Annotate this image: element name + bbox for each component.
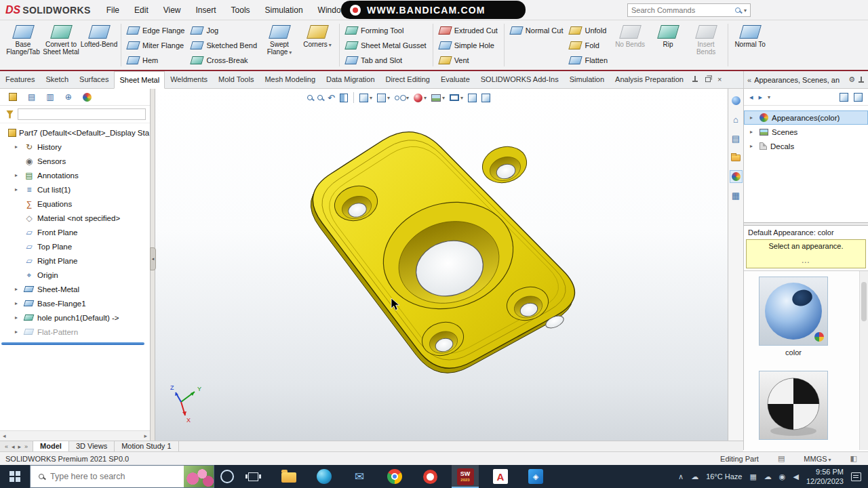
network-icon[interactable]: ▦ — [749, 472, 756, 481]
status-info-icon[interactable]: ◧ — [850, 454, 857, 463]
task-pane-pin-icon[interactable] — [858, 77, 865, 83]
tree-item-base-flange[interactable]: Base-Flange1 — [0, 296, 150, 310]
tab-and-slot-button[interactable]: Tab and Slot — [346, 54, 427, 66]
nav-back-icon[interactable]: ◂ — [749, 93, 753, 102]
tab-model[interactable]: Model — [33, 441, 69, 451]
decals-node[interactable]: Decals — [744, 139, 868, 153]
insert-bends-button[interactable]: Insert Bends — [687, 22, 725, 68]
nav-forward-icon[interactable]: ▸ — [759, 93, 763, 102]
tab-surfaces[interactable]: Surfaces — [74, 70, 114, 88]
tab-sketch[interactable]: Sketch — [40, 70, 74, 88]
chrome-button[interactable] — [381, 465, 408, 488]
unfold-button[interactable]: Unfold — [570, 24, 608, 37]
tree-item-hole-punch[interactable]: hole punch1(Default) -> — [0, 310, 150, 325]
filter-icon[interactable] — [6, 110, 14, 119]
clock[interactable]: 9:56 PM 12/20/2023 — [806, 467, 844, 487]
base-flange-button[interactable]: Base Flange/Tab — [4, 22, 42, 68]
tree-root-part[interactable]: Part7 (Default<<Default>_Display Sta — [0, 125, 150, 140]
pane-splitter[interactable] — [744, 222, 868, 226]
scroll-prev-icon[interactable]: ◂ — [12, 443, 15, 450]
vent-button[interactable]: Vent — [439, 54, 498, 66]
tab-evaluate[interactable]: Evaluate — [435, 70, 475, 88]
search-icon[interactable] — [735, 7, 741, 13]
tree-filter-input[interactable] — [18, 108, 146, 120]
search-dropdown-icon[interactable]: ▾ — [744, 7, 747, 14]
appearance-options-icon[interactable] — [854, 93, 863, 102]
taskbar-search[interactable] — [30, 465, 214, 488]
counterbore-hole-top[interactable] — [478, 142, 531, 188]
simple-hole-button[interactable]: Simple Hole — [439, 39, 498, 52]
scroll-right-icon[interactable]: ▸ — [144, 432, 147, 439]
jog-button[interactable]: Jog — [191, 24, 257, 37]
flatten-button[interactable]: Flatten — [570, 54, 608, 66]
scroll-left-icon[interactable]: ◂ — [3, 432, 6, 439]
thumbnail-scrollbar[interactable] — [859, 271, 868, 450]
scroll-first-icon[interactable]: « — [5, 443, 8, 450]
opera-button[interactable] — [416, 465, 443, 488]
tab-addins[interactable]: SOLIDWORKS Add-Ins — [475, 70, 564, 88]
tab-direct-editing[interactable]: Direct Editing — [380, 70, 435, 88]
menu-edit[interactable]: Edit — [127, 0, 156, 20]
checker-appearance-thumbnail[interactable] — [759, 371, 828, 440]
tree-horizontal-scrollbar[interactable]: ◂ ▸ — [0, 430, 150, 441]
swept-flange-button[interactable]: Swept Flange — [260, 22, 298, 68]
lofted-bend-button[interactable]: Lofted-Bend — [80, 22, 118, 68]
tree-item-flat-pattern[interactable]: Flat-Pattern — [0, 325, 150, 339]
expand-icon[interactable] — [15, 286, 21, 292]
expand-icon[interactable] — [15, 300, 21, 306]
scenes-node[interactable]: Scenes — [744, 125, 868, 139]
edge-button[interactable] — [311, 465, 338, 488]
resources-icon[interactable] — [730, 94, 743, 107]
tab-3d-views[interactable]: 3D Views — [69, 441, 115, 451]
close-tabs-icon[interactable]: × — [717, 75, 722, 83]
tab-data-migration[interactable]: Data Migration — [321, 70, 380, 88]
taskbar-search-input[interactable] — [50, 472, 178, 481]
home-tab-icon[interactable]: ⌂ — [730, 113, 743, 126]
task-view-button[interactable] — [240, 465, 266, 488]
tree-item-front-plane[interactable]: Front Plane — [0, 225, 150, 239]
tree-item-material[interactable]: Material <not specified> — [0, 211, 150, 225]
sheet-metal-gusset-button[interactable]: Sheet Metal Gusset — [346, 39, 427, 52]
tab-weldments[interactable]: Weldments — [165, 70, 213, 88]
scroll-next-icon[interactable]: ▸ — [18, 443, 22, 450]
file-explorer-icon[interactable] — [730, 151, 743, 164]
tree-item-origin[interactable]: Origin — [0, 268, 150, 282]
expand-icon[interactable] — [15, 172, 21, 178]
sketched-bend-button[interactable]: Sketched Bend — [191, 39, 257, 52]
tree-item-sensors[interactable]: Sensors — [0, 154, 150, 168]
hem-button[interactable]: Hem — [127, 54, 184, 66]
onedrive-icon[interactable]: ☁ — [764, 472, 772, 481]
units-selector[interactable]: MMGS — [804, 455, 831, 463]
display-manager-icon[interactable] — [83, 93, 92, 102]
menu-tools[interactable]: Tools — [224, 0, 258, 20]
menu-insert[interactable]: Insert — [189, 0, 224, 20]
extruded-cut-button[interactable]: Extruded Cut — [439, 24, 498, 37]
expand-icon[interactable] — [15, 314, 21, 321]
fold-button[interactable]: Fold — [570, 39, 608, 52]
miter-flange-button[interactable]: Miter Flange — [127, 39, 184, 52]
search-highlight-image[interactable] — [184, 466, 214, 487]
tree-item-equations[interactable]: Equations — [0, 197, 150, 211]
volume-icon[interactable]: ◀ — [793, 472, 798, 481]
tree-item-sheet-metal[interactable]: Sheet-Metal — [0, 282, 150, 296]
tab-sheet-metal[interactable]: Sheet Metal — [114, 71, 165, 89]
tab-simulation[interactable]: Simulation — [564, 70, 610, 88]
feature-manager-tree-icon[interactable] — [9, 93, 17, 101]
expand-icon[interactable] — [15, 186, 21, 192]
custom-properties-icon[interactable]: ▦ — [730, 189, 743, 202]
command-search[interactable]: ▾ — [627, 3, 751, 17]
graphics-area[interactable]: ↶ — [155, 89, 728, 441]
expand-icon[interactable] — [750, 115, 756, 121]
property-manager-icon[interactable]: ▤ — [28, 93, 35, 101]
file-explorer-button[interactable] — [275, 465, 302, 488]
rip-button[interactable]: Rip — [649, 22, 687, 68]
tree-item-right-plane[interactable]: Right Plane — [0, 253, 150, 268]
forming-tool-button[interactable]: Forming Tool — [346, 24, 427, 37]
convert-to-sheet-metal-button[interactable]: Convert to Sheet Metal — [42, 22, 80, 68]
tab-analysis-preparation[interactable]: Analysis Preparation — [610, 70, 689, 88]
normal-cut-button[interactable]: Normal Cut — [511, 24, 564, 37]
no-bends-button[interactable]: No Bends — [611, 22, 649, 68]
tab-motion-study[interactable]: Motion Study 1 — [115, 441, 178, 451]
color-appearance-thumbnail[interactable] — [759, 277, 828, 346]
collapse-icon[interactable]: « — [747, 76, 751, 84]
